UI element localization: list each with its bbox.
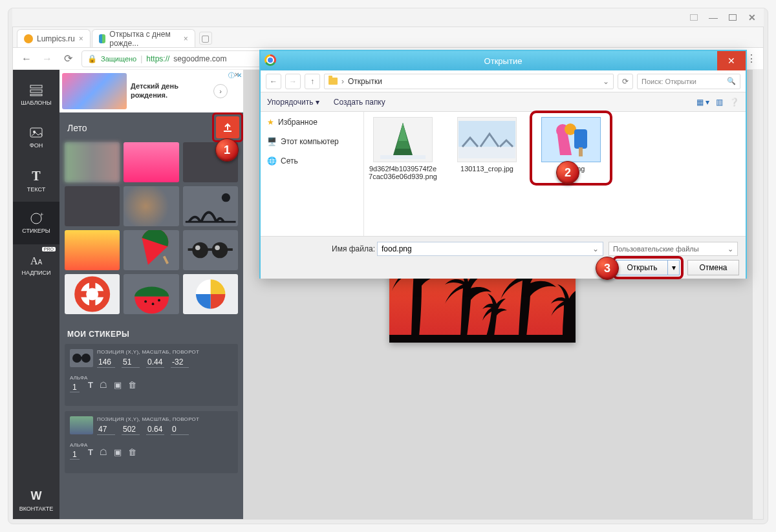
chevron-down-icon[interactable]: ⌄	[592, 244, 599, 253]
side-panel: Детский день рождения. › ✕ ⓘ ✕ Лето	[59, 70, 243, 519]
prop-y[interactable]: 502	[122, 424, 140, 435]
nav-label: ФОН	[30, 142, 43, 149]
prop-x[interactable]: 47	[97, 424, 115, 435]
svg-point-14	[195, 245, 200, 250]
delete-icon[interactable]: 🗑	[128, 380, 136, 390]
bold-icon[interactable]: T	[88, 447, 93, 457]
sticker-item[interactable]	[183, 230, 238, 270]
window-close-button[interactable]: ✕	[746, 11, 759, 24]
prop-thumb[interactable]	[70, 349, 93, 367]
vertical-scrollbar[interactable]	[753, 70, 763, 519]
filetype-value: Пользовательские файлы	[613, 245, 699, 253]
dialog-refresh-button[interactable]: ⟳	[618, 74, 633, 89]
prop-y[interactable]: 51	[122, 357, 140, 368]
sticker-item[interactable]	[124, 142, 178, 182]
sticker-item[interactable]	[124, 274, 178, 314]
window-maximize-button[interactable]	[726, 11, 739, 24]
layer-up-icon[interactable]: ▣	[114, 447, 122, 457]
alpha-value[interactable]: 1	[70, 383, 80, 392]
dialog-back-button[interactable]: ←	[266, 74, 281, 89]
svg-rect-30	[458, 147, 515, 158]
sticker-item[interactable]	[65, 230, 120, 270]
organize-menu[interactable]: Упорядочить ▾	[267, 98, 319, 107]
sticker-item[interactable]	[124, 186, 178, 226]
view-mode-button[interactable]: ▦ ▾	[696, 98, 709, 107]
sticker-item[interactable]	[65, 274, 120, 314]
prop-scale[interactable]: 0.44	[146, 357, 164, 368]
nav-labels[interactable]: PRO AA НАДПИСИ	[13, 244, 59, 287]
sticker-item[interactable]	[183, 274, 238, 314]
dialog-search[interactable]: Поиск: Открытки 🔍	[637, 74, 740, 89]
tab-close-icon[interactable]: ×	[79, 34, 83, 43]
step-badge-1: 1	[215, 138, 239, 162]
back-button[interactable]: ←	[19, 52, 34, 66]
file-item[interactable]: 9d362f4b1039574f2e7cac036e06d939.png	[368, 117, 438, 180]
new-tab-button[interactable]: ▢	[199, 32, 212, 45]
filename-input[interactable]: food.png ⌄	[377, 242, 603, 256]
chrome-menu-button[interactable]: ⋮	[746, 52, 757, 65]
nav-text[interactable]: T ТЕКСТ	[13, 159, 59, 202]
favicon-icon	[24, 34, 33, 43]
svg-point-7	[221, 193, 230, 202]
nav-templates[interactable]: ШАБЛОНЫ	[13, 74, 59, 116]
tree-this-pc[interactable]: 🖥️Этот компьютер	[266, 135, 358, 148]
file-item[interactable]: 130113_crop.jpg	[452, 117, 522, 173]
forward-button[interactable]: →	[40, 52, 54, 66]
sticker-item[interactable]	[65, 186, 120, 226]
chrome-icon	[264, 54, 276, 66]
layer-up-icon[interactable]: ▣	[114, 380, 122, 390]
nav-vkontakte[interactable]: W ВКОНТАКТЕ	[13, 482, 59, 519]
tree-favorites[interactable]: ★Избранное	[266, 116, 358, 129]
dialog-tree: ★Избранное 🖥️Этот компьютер 🌐Сеть	[261, 112, 364, 236]
svg-rect-2	[30, 94, 42, 96]
alpha-label: АЛЬФА	[70, 375, 87, 381]
titlebar-unknown-icon[interactable]	[687, 11, 700, 24]
nav-background[interactable]: ФОН	[13, 116, 59, 159]
help-button[interactable]: ❔	[729, 98, 739, 107]
background-icon	[29, 127, 43, 140]
prop-rot[interactable]: -32	[171, 357, 189, 368]
favicon-icon	[99, 34, 106, 43]
prop-x[interactable]: 146	[97, 357, 115, 368]
svg-point-10	[211, 242, 228, 259]
sticker-item[interactable]	[124, 230, 178, 270]
reload-button[interactable]: ⟳	[61, 52, 75, 66]
bold-icon[interactable]: T	[88, 380, 93, 390]
nav-stickers[interactable]: + СТИКЕРЫ	[13, 202, 59, 244]
preview-pane-button[interactable]: ▥	[716, 98, 723, 107]
prop-rot[interactable]: 0	[171, 424, 189, 435]
sticker-properties-1: ПОЗИЦИЯ (X,Y), МАСШТАБ, ПОВОРОТ 146 51 0…	[65, 344, 238, 406]
tab-close-icon[interactable]: ×	[184, 34, 188, 43]
prop-scale[interactable]: 0.64	[146, 424, 164, 435]
delete-icon[interactable]: 🗑	[128, 447, 136, 457]
dialog-footer: Имя файла: food.png ⌄ Пользовательские ф…	[261, 236, 746, 279]
dialog-path[interactable]: › Открытки ⌄	[324, 74, 614, 89]
ad-next-icon[interactable]: ›	[213, 84, 228, 98]
prop-thumb[interactable]	[70, 416, 93, 434]
category-header[interactable]: Лето	[67, 119, 212, 137]
alpha-value[interactable]: 1	[70, 450, 80, 460]
pc-icon: 🖥️	[267, 137, 277, 146]
sticker-item[interactable]	[183, 186, 238, 226]
filetype-select[interactable]: Пользовательские файлы ⌄	[609, 242, 738, 256]
prop-values: 146 51 0.44 -32	[97, 357, 189, 368]
browser-tab-segoodme[interactable]: Открытка с днем рожде... ×	[92, 29, 195, 47]
mask-icon[interactable]: ☖	[100, 380, 107, 390]
file-name: 9d362f4b1039574f2e7cac036e06d939.png	[368, 165, 438, 180]
mask-icon[interactable]: ☖	[100, 447, 107, 457]
cancel-button[interactable]: Отмена	[687, 260, 739, 275]
svg-point-19	[86, 288, 98, 301]
dialog-close-button[interactable]: ✕	[717, 51, 746, 70]
ad-banner[interactable]: Детский день рождения. › ✕	[59, 70, 243, 112]
window-minimize-button[interactable]: —	[707, 11, 720, 24]
dialog-up-button[interactable]: ↑	[305, 74, 320, 89]
sticker-item[interactable]	[65, 142, 120, 182]
dialog-file-list: 9d362f4b1039574f2e7cac036e06d939.png 130…	[364, 112, 746, 236]
dialog-forward-button[interactable]: →	[285, 74, 301, 89]
tab-title: Открытка с днем рожде...	[109, 30, 179, 48]
adchoices-icon[interactable]: ⓘ ✕	[228, 71, 242, 80]
browser-tab-lumpics[interactable]: Lumpics.ru ×	[17, 29, 91, 47]
tree-network[interactable]: 🌐Сеть	[266, 154, 358, 167]
file-thumb	[373, 117, 433, 162]
new-folder-button[interactable]: Создать папку	[334, 98, 385, 107]
